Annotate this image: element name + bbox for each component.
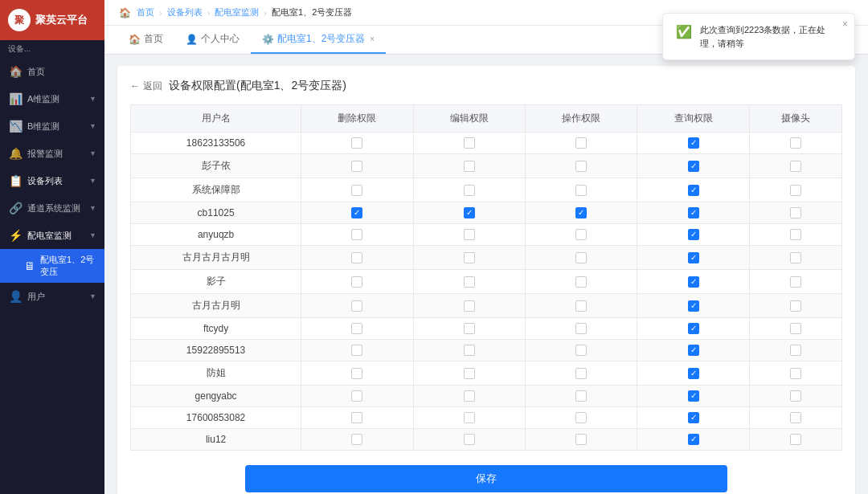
checkbox-camera-8[interactable] [790,323,801,334]
checkbox-edit-3[interactable] [464,207,475,218]
checkbox-operate-7[interactable] [575,300,587,312]
checkbox-delete-6[interactable] [351,276,362,288]
checkbox-delete-0[interactable] [351,137,362,149]
toast-close-icon[interactable]: × [842,18,848,30]
checkbox-query-8[interactable] [688,323,699,334]
checkbox-query-9[interactable] [688,345,699,356]
checkbox-edit-1[interactable] [464,161,475,172]
checkbox-edit-4[interactable] [464,229,475,240]
checkbox-query-11[interactable] [688,390,699,402]
checkbox-camera-13[interactable] [790,434,801,445]
checkbox-edit-10[interactable] [464,368,475,379]
checkbox-operate-3[interactable] [575,207,587,218]
checkbox-camera-1[interactable] [790,161,801,172]
table-row: 影子 [131,270,842,294]
checkbox-operate-1[interactable] [575,161,587,172]
breadcrumb-elec-monitor[interactable]: 配电室监测 [215,6,259,18]
checkbox-query-3[interactable] [688,207,699,218]
checkbox-edit-8[interactable] [464,323,475,334]
nav-item-b-monitor[interactable]: 📉 B维监测 ▼ [0,112,104,140]
checkbox-delete-7[interactable] [351,300,362,312]
alarm-arrow-icon: ▼ [89,149,96,157]
checkbox-operate-9[interactable] [575,345,587,356]
tab-device-close-icon[interactable]: × [370,35,375,43]
checkbox-camera-10[interactable] [790,368,801,379]
checkbox-operate-6[interactable] [575,276,587,288]
tab-home[interactable]: 🏠 首页 [117,26,174,54]
checkbox-camera-6[interactable] [790,276,801,288]
nav-item-device-list[interactable]: 📋 设备列表 ▼ [0,167,104,194]
checkbox-edit-9[interactable] [464,345,475,356]
nav-user-header[interactable]: 👤 用户 ▼ [0,283,104,310]
nav-comm-header[interactable]: 🔗 通道系统监测 ▼ [0,194,104,222]
checkbox-delete-12[interactable] [351,412,362,423]
checkbox-edit-2[interactable] [464,185,475,196]
nav-item-elec-room[interactable]: ⚡ 配电室监测 ▼ 🖥 配电室1、2号变压 [0,222,104,283]
breadcrumb-home[interactable]: 首页 [137,6,154,18]
nav-device-header[interactable]: 📋 设备列表 ▼ [0,167,104,194]
checkbox-delete-3[interactable] [351,207,362,218]
sidebar-item-elec-sub[interactable]: 🖥 配电室1、2号变压 [0,249,104,283]
back-button[interactable]: ← 返回 [130,80,162,93]
nav-item-user[interactable]: 👤 用户 ▼ [0,283,104,310]
checkbox-edit-5[interactable] [464,252,475,263]
nav-item-comm-sys[interactable]: 🔗 通道系统监测 ▼ [0,194,104,222]
checkbox-query-13[interactable] [688,434,699,445]
checkbox-operate-12[interactable] [575,412,587,423]
breadcrumb-sep2: › [207,8,211,18]
checkbox-delete-11[interactable] [351,390,362,402]
checkbox-camera-11[interactable] [790,390,801,402]
checkbox-operate-13[interactable] [575,434,587,445]
tab-personal[interactable]: 👤 个人中心 [174,26,251,54]
checkbox-camera-7[interactable] [790,300,801,312]
checkbox-edit-12[interactable] [464,412,475,423]
nav-item-home[interactable]: 🏠 首页 [0,58,104,85]
checkbox-query-7[interactable] [688,300,699,312]
checkbox-delete-2[interactable] [351,185,362,196]
checkbox-delete-10[interactable] [351,368,362,379]
nav-elec-header[interactable]: ⚡ 配电室监测 ▼ [0,222,104,249]
checkbox-camera-0[interactable] [790,137,801,149]
checkbox-query-2[interactable] [688,185,699,196]
checkbox-edit-11[interactable] [464,390,475,402]
checkbox-operate-8[interactable] [575,323,587,334]
nav-item-a-monitor[interactable]: 📊 A维监测 ▼ [0,85,104,112]
tab-device[interactable]: ⚙️ 配电室1、2号变压器 × [251,26,386,54]
save-button[interactable]: 保存 [245,465,727,492]
nav-item-alarm[interactable]: 🔔 报警监测 ▼ [0,140,104,167]
checkbox-query-10[interactable] [688,368,699,379]
checkbox-query-0[interactable] [688,137,699,149]
checkbox-camera-12[interactable] [790,412,801,423]
checkbox-operate-0[interactable] [575,137,587,149]
checkbox-edit-6[interactable] [464,276,475,288]
checkbox-operate-5[interactable] [575,252,587,263]
checkbox-edit-7[interactable] [464,300,475,312]
checkbox-edit-13[interactable] [464,434,475,445]
checkbox-query-1[interactable] [688,161,699,172]
checkbox-camera-2[interactable] [790,185,801,196]
nav-a-monitor-header[interactable]: 📊 A维监测 ▼ [0,85,104,112]
checkbox-camera-4[interactable] [790,229,801,240]
breadcrumb-device-list[interactable]: 设备列表 [167,6,203,18]
checkbox-query-6[interactable] [688,276,699,288]
checkbox-camera-3[interactable] [790,207,801,218]
checkbox-delete-8[interactable] [351,323,362,334]
checkbox-camera-9[interactable] [790,345,801,356]
checkbox-operate-10[interactable] [575,368,587,379]
checkbox-operate-11[interactable] [575,390,587,402]
nav-b-monitor-header[interactable]: 📉 B维监测 ▼ [0,112,104,140]
checkbox-delete-5[interactable] [351,252,362,263]
checkbox-query-5[interactable] [688,252,699,263]
checkbox-delete-9[interactable] [351,345,362,356]
checkbox-query-4[interactable] [688,229,699,240]
nav-alarm-header[interactable]: 🔔 报警监测 ▼ [0,140,104,167]
checkbox-camera-5[interactable] [790,252,801,263]
checkbox-edit-0[interactable] [464,137,475,149]
checkbox-operate-2[interactable] [575,185,587,196]
checkbox-delete-1[interactable] [351,161,362,172]
checkbox-operate-4[interactable] [575,229,587,240]
nav-home-header[interactable]: 🏠 首页 [0,58,104,85]
checkbox-delete-4[interactable] [351,229,362,240]
checkbox-query-12[interactable] [688,412,699,423]
checkbox-delete-13[interactable] [351,434,362,445]
